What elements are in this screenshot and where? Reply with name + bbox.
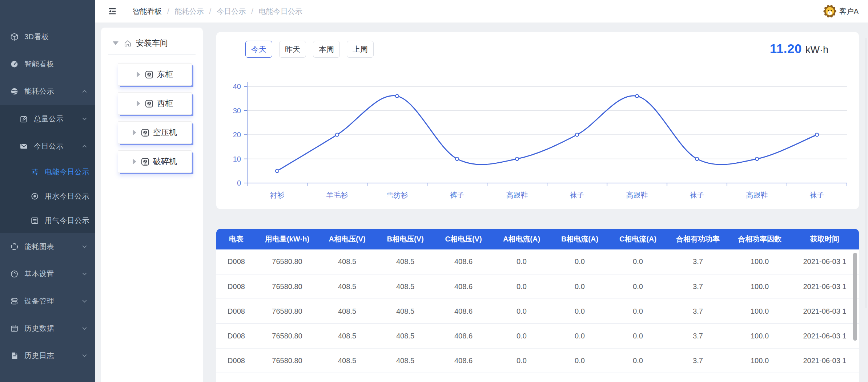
tree-nodes: 东柜西柜空压机破碎机 — [101, 55, 203, 173]
breadcrumb: 智能看板/能耗公示/今日公示/电能今日公示 — [133, 7, 302, 16]
radio-icon — [31, 192, 39, 200]
table-cell: 76580.80 — [256, 274, 318, 299]
column-header: C相电流(A) — [609, 229, 667, 249]
meter-icon — [145, 99, 154, 108]
table-cell: 408.5 — [376, 274, 434, 299]
table-cell: 0.0 — [551, 348, 609, 373]
chevron-down-icon — [81, 352, 88, 359]
period-button-2[interactable]: 昨天 — [279, 41, 306, 58]
tree-node-3[interactable]: 空压机 — [118, 121, 192, 144]
meter-icon — [141, 157, 150, 166]
svg-text:高跟鞋: 高跟鞋 — [746, 191, 768, 199]
period-button-1[interactable]: 今天 — [245, 41, 272, 58]
table-cell: 100.0 — [729, 274, 791, 299]
table-cell: 408.6 — [434, 299, 493, 324]
table-cell: 408.5 — [318, 274, 376, 299]
table-cell: 2021-06-03 1 — [791, 373, 859, 382]
table-cell: 408.5 — [376, 373, 434, 382]
table-cell: D008 — [216, 348, 256, 373]
table-cell: 76580.80 — [256, 373, 318, 382]
app-root: 3D看板智能看板能耗公示总量公示今日公示电能今日公示用水今日公示用气今日公示能耗… — [0, 0, 868, 382]
chart-card: 今天昨天本周上周 11.20 kW·h 010203040衬衫羊毛衫雪纺衫裤子高… — [216, 32, 859, 209]
arcs-icon — [10, 243, 19, 251]
breadcrumb-item[interactable]: 电能今日公示 — [259, 7, 302, 16]
table-cell: 408.5 — [318, 249, 376, 274]
sidebar-item-electric-today[interactable]: 电能今日公示 — [0, 160, 95, 184]
sidebar-item-today-publicity[interactable]: 今日公示 — [0, 133, 95, 160]
sidebar-item-energy-charts[interactable]: 能耗图表 — [0, 233, 95, 260]
sidebar-item-history-logs[interactable]: 历史日志 — [0, 342, 95, 369]
table-cell: 0.0 — [551, 324, 609, 348]
table-cell: 76580.80 — [256, 348, 318, 373]
table-cell: 408.6 — [434, 348, 493, 373]
svg-text:20: 20 — [233, 131, 241, 139]
calendar-icon — [10, 324, 19, 333]
table-cell: 408.5 — [376, 249, 434, 274]
tree-root-node[interactable]: 安装车间 — [101, 38, 203, 49]
column-header: 电表 — [216, 229, 256, 249]
table-cell: D008 — [216, 299, 256, 324]
breadcrumb-item[interactable]: 能耗公示 — [175, 7, 204, 16]
sidebar-item-gas-today[interactable]: 用气今日公示 — [0, 208, 95, 233]
sidebar: 3D看板智能看板能耗公示总量公示今日公示电能今日公示用水今日公示用气今日公示能耗… — [0, 0, 95, 382]
table-cell: 0.0 — [493, 299, 551, 324]
sidebar-item-basic-settings[interactable]: 基本设置 — [0, 260, 95, 288]
period-button-3[interactable]: 本周 — [313, 41, 340, 58]
table-cell: 3.7 — [667, 348, 729, 373]
breadcrumb-item[interactable]: 智能看板 — [133, 7, 162, 16]
table-cell: 0.0 — [551, 274, 609, 299]
caret-right-icon — [137, 72, 140, 77]
tree-node-4[interactable]: 破碎机 — [118, 150, 192, 173]
total-energy-value: 11.20 — [770, 41, 802, 56]
table-cell: 408.5 — [318, 299, 376, 324]
column-header: 合相功率因数 — [729, 229, 791, 249]
sidebar-item-3d-board[interactable]: 3D看板 — [0, 23, 95, 50]
column-header: 获取时间 — [791, 229, 859, 249]
avatar-lion-icon — [823, 5, 836, 18]
page-scrollbar[interactable] — [865, 38, 867, 308]
table-cell: 100.0 — [729, 299, 791, 324]
user-menu[interactable]: 客户A — [823, 5, 859, 18]
chevron-down-icon — [81, 243, 88, 250]
column-header: A相电流(A) — [493, 229, 551, 249]
tree-node-2[interactable]: 西柜 — [118, 92, 192, 115]
svg-text:袜子: 袜子 — [810, 191, 824, 199]
table-cell: 408.5 — [376, 348, 434, 373]
sidebar-item-smart-board[interactable]: 智能看板 — [0, 50, 95, 78]
table-cell: 408.6 — [434, 324, 493, 348]
chevron-up-icon — [81, 88, 88, 95]
gauge-icon — [10, 60, 19, 68]
sidebar-item-history-data[interactable]: 历史数据 — [0, 315, 95, 342]
table-cell: 0.0 — [493, 348, 551, 373]
svg-text:10: 10 — [233, 155, 241, 163]
svg-text:高跟鞋: 高跟鞋 — [506, 191, 528, 199]
table-cell: 100.0 — [729, 373, 791, 382]
docmeter-icon — [31, 216, 39, 225]
breadcrumb-item[interactable]: 今日公示 — [217, 7, 246, 16]
svg-text:袜子: 袜子 — [570, 191, 584, 199]
table-cell: 2021-06-03 1 — [791, 324, 859, 348]
topbar: 智能看板/能耗公示/今日公示/电能今日公示 客户A — [95, 0, 868, 23]
tree-node-1[interactable]: 东柜 — [118, 63, 192, 86]
period-button-4[interactable]: 上周 — [347, 41, 374, 58]
caret-down-icon — [113, 41, 118, 45]
table-cell: 408.6 — [434, 249, 493, 274]
sidebar-item-device-management[interactable]: 设备管理 — [0, 288, 95, 315]
table-cell: 3.7 — [667, 324, 729, 348]
table-cell: 0.0 — [551, 249, 609, 274]
sidebar-item-water-today[interactable]: 用水今日公示 — [0, 184, 95, 208]
sidebar-item-total-publicity[interactable]: 总量公示 — [0, 105, 95, 133]
svg-text:雪纺衫: 雪纺衫 — [386, 191, 408, 199]
sidebar-item-energy-publicity[interactable]: 能耗公示 — [0, 78, 95, 105]
chevron-up-icon — [81, 143, 88, 150]
column-header: C相电压(V) — [434, 229, 493, 249]
svg-text:高跟鞋: 高跟鞋 — [626, 191, 648, 199]
menu-fold-icon[interactable] — [107, 7, 117, 16]
palette-icon — [10, 270, 19, 278]
column-header: 合相有功功率 — [667, 229, 729, 249]
total-energy-unit: kW·h — [805, 44, 828, 56]
edit-icon — [20, 115, 28, 123]
table-cell: 0.0 — [609, 348, 667, 373]
table-scrollbar-thumb[interactable] — [853, 253, 857, 341]
chevron-down-icon — [81, 325, 88, 332]
